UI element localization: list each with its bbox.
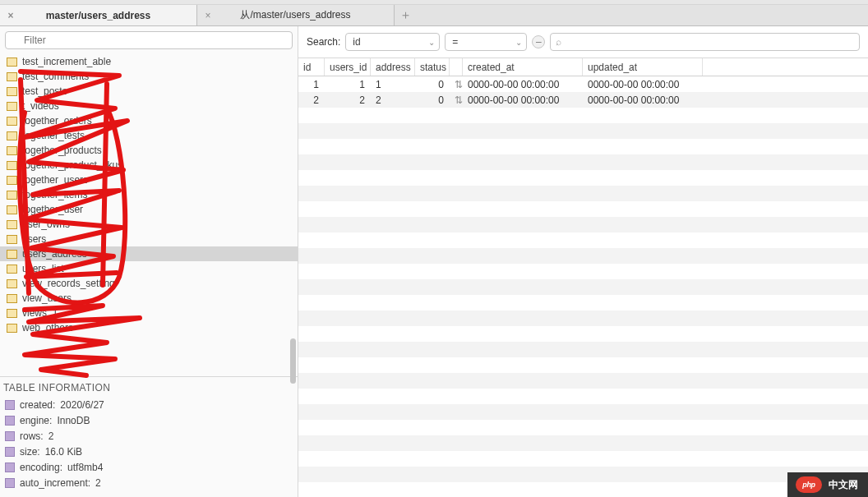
table-info: created: 2020/6/27 engine: InnoDB rows: … <box>0 397 298 497</box>
grid-stripes <box>298 108 868 497</box>
tab-label: master/users_address <box>46 10 150 21</box>
table-icon <box>7 309 17 318</box>
table-item[interactable]: web_others <box>0 320 298 335</box>
table-item[interactable]: view_records_setting <box>0 276 298 291</box>
cell-created-at[interactable]: 0000-00-00 00:00:00 <box>463 94 583 106</box>
col-header-created[interactable]: created_at <box>463 58 583 76</box>
table-item[interactable]: together_users <box>0 173 298 187</box>
table-icon <box>7 279 17 288</box>
table-item[interactable]: together_product_skus <box>0 158 298 173</box>
col-header-id[interactable]: id <box>298 58 325 76</box>
cell-address[interactable]: 2 <box>371 94 415 106</box>
table-row[interactable]: 1110⇅0000-00-00 00:00:000000-00-00 00:00… <box>298 76 868 92</box>
col-header-sort[interactable] <box>450 58 463 76</box>
table-item[interactable]: view_users <box>0 291 298 306</box>
table-item[interactable]: test_increment_able <box>0 54 298 69</box>
table-item[interactable]: views_1 <box>0 306 298 320</box>
add-tab-button[interactable]: ＋ <box>395 5 416 25</box>
table-icon <box>7 131 17 140</box>
php-logo-icon: php <box>796 476 822 493</box>
table-icon <box>7 191 17 200</box>
table-icon <box>7 205 17 214</box>
table-item-label: test_comments <box>22 71 89 82</box>
table-item[interactable]: test_posts <box>0 84 298 99</box>
search-bar: Search: id ⌄ = ⌄ – ⌕ <box>298 26 868 58</box>
content-pane: Search: id ⌄ = ⌄ – ⌕ id users_id address… <box>298 26 868 497</box>
table-item[interactable]: users <box>0 232 298 246</box>
col-header-status[interactable]: status <box>415 58 450 76</box>
cell-address[interactable]: 1 <box>371 79 415 90</box>
table-icon <box>7 324 17 333</box>
table-item[interactable]: together_user <box>0 202 298 217</box>
close-icon[interactable]: × <box>6 10 16 20</box>
table-icon <box>7 72 17 81</box>
info-encoding: encoding: utf8mb4 <box>5 459 293 475</box>
table-item[interactable]: together_products <box>0 143 298 158</box>
table-item[interactable]: t_videos <box>0 99 298 113</box>
table-item-label: test_increment_able <box>22 56 111 67</box>
cell-updated-at[interactable]: 0000-00-00 00:00:00 <box>583 79 703 90</box>
col-header-address[interactable]: address <box>371 58 415 76</box>
table-icon <box>7 117 17 126</box>
data-grid[interactable]: id users_id address status created_at up… <box>298 58 868 497</box>
table-row[interactable]: 2220⇅0000-00-00 00:00:000000-00-00 00:00… <box>298 92 868 108</box>
table-item[interactable]: together_tests <box>0 128 298 143</box>
table-item-label: view_users <box>22 292 72 304</box>
cell-id[interactable]: 2 <box>298 94 325 106</box>
table-icon <box>7 161 17 170</box>
table-item-label: test_posts <box>22 85 67 97</box>
sort-icon[interactable]: ⇅ <box>450 94 463 106</box>
table-info-header: TABLE INFORMATION <box>0 376 298 397</box>
tables-list[interactable]: test_increment_abletest_commentstest_pos… <box>0 53 298 376</box>
cube-icon <box>5 400 15 410</box>
remove-filter-button[interactable]: – <box>532 35 545 48</box>
search-value-input[interactable]: ⌕ <box>550 33 860 51</box>
table-item-label: together_orders <box>22 115 92 127</box>
search-icon: ⌕ <box>556 36 561 48</box>
table-icon <box>7 87 17 96</box>
cell-id[interactable]: 1 <box>298 79 325 90</box>
table-item-label: web_others <box>22 322 73 334</box>
cell-status[interactable]: 0 <box>415 94 450 106</box>
tab-master-users-address[interactable]: × master/users_address <box>0 5 197 25</box>
table-item-label: users_list <box>22 263 64 274</box>
sort-icon[interactable]: ⇅ <box>450 79 463 90</box>
table-item[interactable]: users_list <box>0 261 298 276</box>
table-item-label: user_owns <box>22 219 70 230</box>
table-item[interactable]: together_orders <box>0 113 298 128</box>
table-icon <box>7 146 17 155</box>
table-item-label: together_users <box>22 174 88 186</box>
cell-created-at[interactable]: 0000-00-00 00:00:00 <box>463 79 583 90</box>
tab-bar: × master/users_address × 从/master/users_… <box>0 5 868 26</box>
col-header-updated[interactable]: updated_at <box>583 58 703 76</box>
search-field-select[interactable]: id ⌄ <box>345 33 440 51</box>
table-icon <box>7 102 17 111</box>
table-item[interactable]: users_address <box>0 246 298 261</box>
watermark-badge: php 中文网 <box>787 472 868 497</box>
scrollbar[interactable] <box>290 338 296 384</box>
table-icon <box>7 220 17 229</box>
table-item-label: users_address <box>22 248 87 260</box>
table-item[interactable]: user_owns <box>0 217 298 232</box>
table-item-label: together_tests <box>22 130 85 141</box>
cell-users-id[interactable]: 2 <box>325 94 371 106</box>
cell-updated-at[interactable]: 0000-00-00 00:00:00 <box>583 94 703 106</box>
table-item[interactable]: together_items <box>0 187 298 202</box>
cell-users-id[interactable]: 1 <box>325 79 371 90</box>
info-created: created: 2020/6/27 <box>5 397 293 412</box>
cube-icon <box>5 447 15 457</box>
search-value-field[interactable] <box>565 36 852 48</box>
table-item-label: t_videos <box>22 100 59 112</box>
table-item-label: views_1 <box>22 307 58 319</box>
table-item[interactable]: test_comments <box>0 69 298 84</box>
tab-cong-master-users-address[interactable]: × 从/master/users_address <box>197 5 395 25</box>
cell-status[interactable]: 0 <box>415 79 450 90</box>
search-operator-select[interactable]: = ⌄ <box>445 33 527 51</box>
table-item-label: view_records_setting <box>22 278 115 289</box>
info-rows: rows: 2 <box>5 428 293 444</box>
table-item-label: together_user <box>22 204 83 215</box>
close-icon[interactable]: × <box>203 10 213 20</box>
filter-input[interactable] <box>5 31 293 49</box>
col-header-users-id[interactable]: users_id <box>325 58 371 76</box>
chevron-down-icon: ⌄ <box>515 38 522 47</box>
